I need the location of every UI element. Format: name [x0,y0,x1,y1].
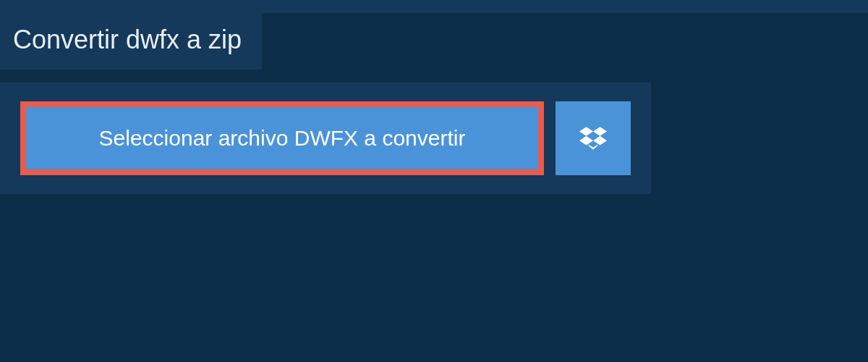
top-bar [0,0,868,13]
dropbox-button[interactable] [556,101,631,175]
select-file-highlight: Seleccionar archivo DWFX a convertir [20,101,544,175]
upload-panel: Seleccionar archivo DWFX a convertir [0,83,651,194]
select-file-label: Seleccionar archivo DWFX a convertir [99,126,466,150]
page-title: Convertir dwfx a zip [13,25,242,54]
select-file-button[interactable]: Seleccionar archivo DWFX a convertir [26,107,538,169]
page-title-tab: Convertir dwfx a zip [0,13,262,70]
dropbox-icon [579,125,607,152]
